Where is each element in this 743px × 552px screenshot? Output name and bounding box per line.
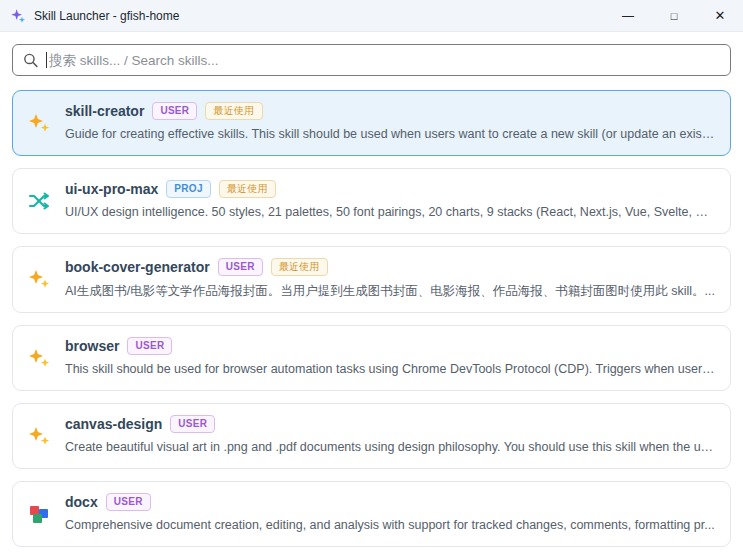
recently-used-badge: 最近使用 <box>205 102 262 120</box>
sparkles-icon <box>27 346 51 370</box>
skill-description: Create beautiful visual art in .png and … <box>65 440 716 454</box>
search-input[interactable] <box>12 44 731 76</box>
user-badge: USER <box>106 493 151 511</box>
skill-card-book-cover-generator[interactable]: book-cover-generator USER 最近使用 AI生成图书/电影… <box>12 246 731 313</box>
search-icon <box>22 52 39 69</box>
user-badge: USER <box>218 258 263 276</box>
title-bar: Skill Launcher - gfish-home — □ ✕ <box>0 0 743 32</box>
skill-name: canvas-design <box>65 416 162 432</box>
skill-card-docx[interactable]: docx USER Comprehensive document creatio… <box>12 481 731 547</box>
skill-card-browser[interactable]: browser USER This skill should be used f… <box>12 325 731 391</box>
docx-blocks-icon <box>27 502 51 526</box>
search-box <box>12 44 731 76</box>
skill-description: UI/UX design intelligence. 50 styles, 21… <box>65 205 716 219</box>
proj-badge: PROJ <box>166 180 210 198</box>
skill-name: docx <box>65 494 98 510</box>
skill-name: browser <box>65 338 119 354</box>
sparkles-icon <box>27 424 51 448</box>
minimize-button[interactable]: — <box>605 0 651 32</box>
app-logo-icon <box>10 8 26 24</box>
sparkles-icon <box>27 111 51 135</box>
skill-description: This skill should be used for browser au… <box>65 362 716 376</box>
user-badge: USER <box>127 337 172 355</box>
text-caret <box>46 52 47 68</box>
maximize-button[interactable]: □ <box>651 0 697 32</box>
user-badge: USER <box>152 102 197 120</box>
recently-used-badge: 最近使用 <box>219 180 276 198</box>
close-button[interactable]: ✕ <box>697 0 743 32</box>
skill-card-skill-creator[interactable]: skill-creator USER 最近使用 Guide for creati… <box>12 90 731 156</box>
skill-description: Comprehensive document creation, editing… <box>65 518 716 532</box>
skill-list: skill-creator USER 最近使用 Guide for creati… <box>0 90 743 552</box>
user-badge: USER <box>170 415 215 433</box>
skill-name: skill-creator <box>65 103 144 119</box>
skill-name: ui-ux-pro-max <box>65 181 158 197</box>
skill-card-ui-ux-pro-max[interactable]: ui-ux-pro-max PROJ 最近使用 UI/UX design int… <box>12 168 731 234</box>
skill-description: Guide for creating effective skills. Thi… <box>65 127 716 141</box>
skill-description: AI生成图书/电影等文学作品海报封面。当用户提到生成图书封面、电影海报、作品海报… <box>65 283 716 300</box>
window-title: Skill Launcher - gfish-home <box>34 9 179 23</box>
search-area <box>0 32 743 90</box>
skill-name: book-cover-generator <box>65 259 210 275</box>
skill-card-canvas-design[interactable]: canvas-design USER Create beautiful visu… <box>12 403 731 469</box>
recently-used-badge: 最近使用 <box>271 258 328 276</box>
sparkles-icon <box>27 267 51 291</box>
shuffle-icon <box>27 189 51 213</box>
